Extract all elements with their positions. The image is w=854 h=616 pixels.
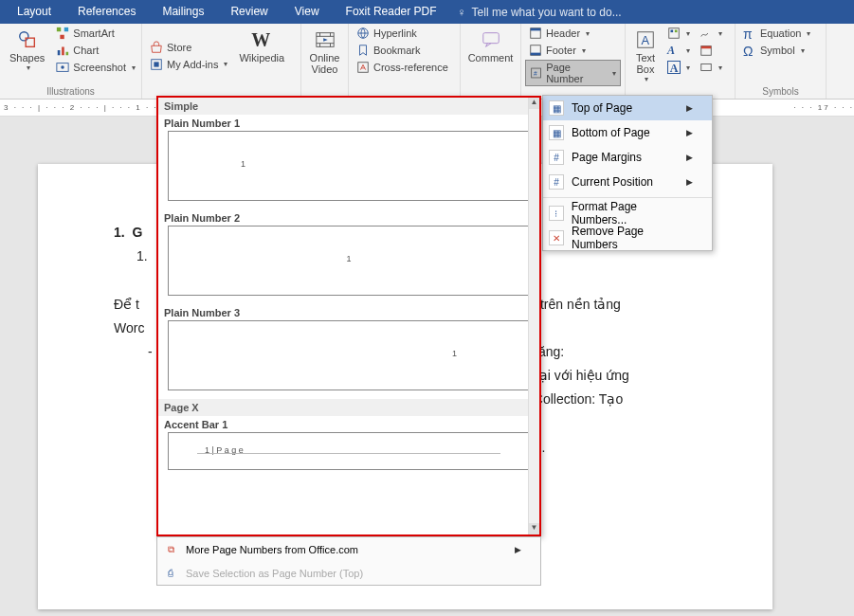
smartart-button[interactable]: SmartArt bbox=[52, 26, 139, 41]
format-icon: ⁝ bbox=[549, 206, 564, 221]
bookmark-icon bbox=[356, 44, 370, 57]
group-links: Hyperlink Bookmark Cross-reference bbox=[349, 24, 461, 99]
shapes-button[interactable]: Shapes ▾ bbox=[4, 26, 50, 85]
svg-rect-3 bbox=[64, 27, 68, 31]
footer-icon bbox=[529, 44, 542, 57]
tab-view[interactable]: View bbox=[282, 0, 333, 24]
object-button[interactable]: ▾ bbox=[696, 60, 726, 75]
gallery-plain-number-2[interactable]: Plain Number 2 1 bbox=[158, 209, 539, 304]
chart-icon bbox=[56, 44, 69, 57]
menu-top-of-page[interactable]: ▦ Top of Page ▶ bbox=[543, 96, 712, 120]
comment-icon bbox=[481, 29, 501, 50]
svg-rect-24 bbox=[669, 28, 680, 39]
svg-rect-6 bbox=[62, 47, 64, 56]
current-position-icon: # bbox=[549, 174, 564, 190]
tab-references[interactable]: References bbox=[64, 0, 149, 24]
svg-point-0 bbox=[19, 32, 27, 41]
gallery-accent-bar-1[interactable]: Accent Bar 1 1 | P a g e bbox=[158, 416, 539, 479]
page-margins-icon: # bbox=[549, 150, 564, 165]
textbox-button[interactable]: A Text Box ▾ bbox=[629, 26, 662, 85]
save-selection-icon: ⎙ bbox=[163, 566, 178, 581]
video-icon bbox=[315, 29, 336, 50]
crossref-button[interactable]: Cross-reference bbox=[353, 60, 456, 75]
preview-accent-1: 1 | P a g e bbox=[168, 432, 530, 470]
menu-bottom-of-page[interactable]: ▦ Bottom of Page ▶ bbox=[543, 120, 712, 145]
group-label-illustrations: Illustrations bbox=[0, 86, 141, 97]
gallery-plain-number-3[interactable]: Plain Number 3 1 bbox=[158, 304, 539, 399]
save-selection-as-page-number: ⎙ Save Selection as Page Number (Top) bbox=[157, 561, 540, 585]
object-icon bbox=[700, 61, 713, 74]
office-icon: ⧉ bbox=[163, 542, 178, 557]
wikipedia-button[interactable]: W Wikipedia bbox=[233, 26, 290, 85]
bulb-icon: ♀ bbox=[458, 6, 466, 19]
screenshot-button[interactable]: Screenshot ▾ bbox=[52, 60, 139, 75]
gallery-plain-number-1[interactable]: Plain Number 1 1 bbox=[158, 115, 539, 209]
group-symbols: π Equation▾ Ω Symbol▾ Symbols bbox=[736, 24, 827, 99]
scroll-up-icon[interactable]: ▲ bbox=[529, 98, 539, 109]
tab-foxit[interactable]: Foxit Reader PDF bbox=[333, 0, 450, 24]
svg-rect-4 bbox=[61, 35, 64, 39]
online-video-button[interactable]: Online Video bbox=[305, 26, 344, 77]
preview-plain-2: 1 bbox=[168, 226, 530, 296]
my-addins-button[interactable]: My Add-ins ▾ bbox=[146, 57, 231, 72]
dropcap-button[interactable]: A▾ bbox=[663, 60, 694, 75]
group-illustrations: Shapes ▾ SmartArt Chart Screenshot ▾ bbox=[0, 24, 142, 99]
equation-button[interactable]: π Equation▾ bbox=[739, 26, 822, 41]
wordart-icon: A bbox=[667, 44, 681, 57]
svg-rect-17 bbox=[531, 28, 541, 31]
store-icon bbox=[150, 41, 163, 54]
tab-layout[interactable]: Layout bbox=[4, 0, 64, 24]
footer-button[interactable]: Footer▾ bbox=[525, 43, 621, 58]
scroll-down-icon[interactable]: ▼ bbox=[529, 523, 539, 534]
menu-format-page-numbers[interactable]: ⁝ Format Page Numbers... bbox=[543, 201, 712, 226]
svg-rect-5 bbox=[58, 50, 61, 55]
svg-rect-2 bbox=[57, 27, 61, 31]
page-number-button[interactable]: # Page Number▾ bbox=[525, 60, 621, 86]
signature-button[interactable]: ▾ bbox=[696, 26, 726, 41]
preview-plain-1: 1 bbox=[168, 131, 530, 201]
gallery-scrollbar[interactable]: ▲ ▼ bbox=[528, 98, 539, 534]
dropcap-icon: A bbox=[667, 61, 681, 74]
remove-icon: ✕ bbox=[549, 230, 564, 245]
tab-review[interactable]: Review bbox=[217, 0, 281, 24]
datetime-icon bbox=[700, 44, 713, 57]
signature-icon bbox=[700, 27, 713, 40]
preview-plain-3: 1 bbox=[168, 320, 530, 390]
store-button[interactable]: Store bbox=[146, 40, 231, 55]
hyperlink-button[interactable]: Hyperlink bbox=[353, 26, 456, 41]
comment-button[interactable]: Comment bbox=[464, 26, 517, 65]
group-text: A Text Box ▾ ▾ A▾ A▾ ▾ ▾ bbox=[626, 24, 736, 99]
svg-rect-25 bbox=[671, 30, 674, 33]
chart-button[interactable]: Chart bbox=[52, 43, 139, 58]
group-addins: Store My Add-ins ▾ W Wikipedia bbox=[142, 24, 301, 99]
more-page-numbers[interactable]: ⧉ More Page Numbers from Office.com ▶ bbox=[157, 537, 540, 561]
ribbon-tabs: Layout References Mailings Review View F… bbox=[0, 0, 854, 24]
wordart-button[interactable]: A▾ bbox=[663, 43, 694, 58]
bookmark-button[interactable]: Bookmark bbox=[353, 43, 456, 58]
quick-parts-button[interactable]: ▾ bbox=[663, 26, 694, 41]
svg-text:#: # bbox=[534, 70, 537, 77]
group-label-symbols: Symbols bbox=[736, 86, 826, 97]
top-of-page-icon: ▦ bbox=[549, 100, 564, 116]
datetime-button[interactable] bbox=[696, 43, 726, 58]
chevron-right-icon: ▶ bbox=[515, 545, 521, 554]
svg-rect-29 bbox=[701, 64, 712, 71]
menu-current-position[interactable]: # Current Position ▶ bbox=[543, 170, 712, 194]
symbol-button[interactable]: Ω Symbol▾ bbox=[739, 43, 822, 58]
bottom-of-page-icon: ▦ bbox=[549, 125, 564, 140]
smartart-icon bbox=[56, 27, 69, 40]
tab-mailings[interactable]: Mailings bbox=[149, 0, 217, 24]
header-button[interactable]: Header▾ bbox=[525, 26, 621, 41]
page-number-icon: # bbox=[530, 66, 542, 80]
page-number-gallery: Simple Plain Number 1 1 Plain Number 2 1… bbox=[156, 96, 541, 536]
svg-text:A: A bbox=[641, 33, 649, 47]
chevron-right-icon: ▶ bbox=[686, 103, 693, 113]
quickparts-icon bbox=[667, 27, 681, 40]
menu-remove-page-numbers[interactable]: ✕ Remove Page Numbers bbox=[543, 226, 712, 250]
menu-page-margins[interactable]: # Page Margins ▶ bbox=[543, 145, 712, 170]
gallery-category-simple: Simple bbox=[158, 98, 539, 115]
svg-rect-14 bbox=[358, 63, 369, 73]
group-comments: Comment bbox=[461, 24, 521, 99]
shapes-icon bbox=[17, 29, 38, 50]
tell-me-search[interactable]: ♀ Tell me what you want to do... bbox=[458, 6, 622, 19]
